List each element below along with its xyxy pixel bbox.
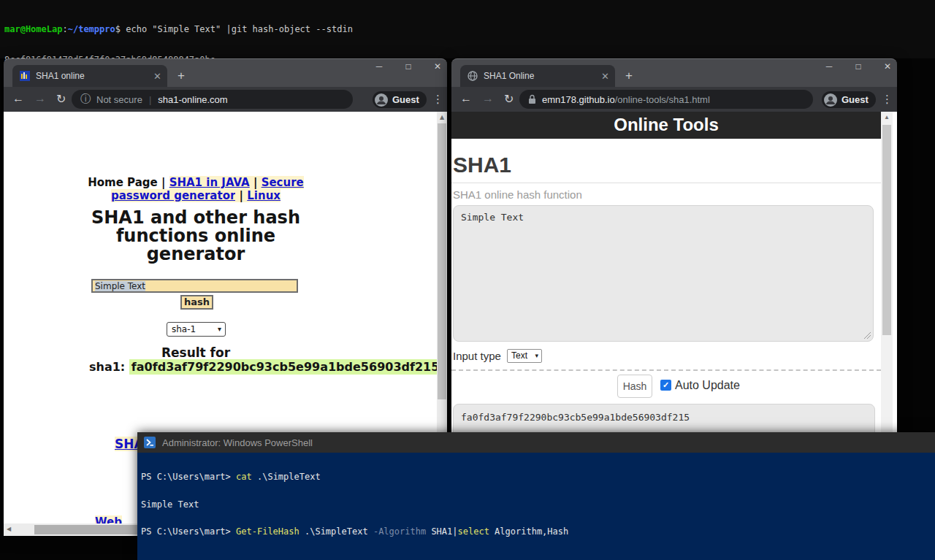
url-path: /online-tools/sha1.html <box>615 94 710 105</box>
url-divider: | <box>149 94 151 105</box>
page-subtitle: SHA1 online hash function <box>453 188 582 201</box>
window-title: Administrator: Windows PowerShell <box>162 437 313 448</box>
powershell-titlebar: Administrator: Windows PowerShell <box>137 432 935 453</box>
text-segment: : <box>62 24 67 34</box>
result-prefix: sha1: <box>89 360 125 374</box>
lock-icon <box>528 94 536 104</box>
chevron-down-icon: ▾ <box>535 350 538 362</box>
text-segment: Home Page | <box>88 176 169 189</box>
profile-label: Guest <box>842 94 869 105</box>
console-line: PS C:\Users\mart> Get-FileHash .\SimpleT… <box>141 527 935 537</box>
dashed-divider <box>451 369 881 371</box>
reload-button[interactable]: ↻ <box>56 92 66 106</box>
powershell-console[interactable]: PS C:\Users\mart> cat .\SimpleText Simpl… <box>141 454 935 560</box>
url-host: emn178.github.io <box>542 94 615 105</box>
url-bar[interactable]: ⓘ Not secure | sha1-online.com <box>72 90 353 109</box>
back-button[interactable]: ← <box>460 92 472 105</box>
text-segment: | <box>250 176 262 189</box>
text-segment[interactable]: SHA1 in JAVA <box>169 176 250 189</box>
forward-button[interactable]: → <box>34 92 46 105</box>
desktop: mar@HomeLap:~/temppro$ echo "Simple Text… <box>0 0 935 560</box>
close-button[interactable]: ✕ <box>882 61 893 72</box>
hash-button[interactable]: Hash <box>617 375 652 398</box>
text-segment: ~/temppro <box>68 24 115 34</box>
console-line: Simple Text <box>141 500 935 510</box>
tab-close-icon[interactable]: ✕ <box>601 71 609 82</box>
hash-text-input[interactable]: Simple Text <box>91 279 298 293</box>
auto-update-label: Auto Update <box>675 379 740 392</box>
text-segment: | <box>235 189 247 202</box>
result-label: Result for <box>85 345 306 360</box>
browser-menu-button[interactable]: ⋮ <box>882 93 893 106</box>
terminal-line: mar@HomeLap:~/temppro$ echo "Simple Text… <box>4 24 935 34</box>
scroll-up-icon[interactable]: ▲ <box>437 112 447 123</box>
scrollbar-thumb[interactable] <box>882 125 891 335</box>
text-segment: select <box>458 526 489 537</box>
maximize-button[interactable]: □ <box>403 61 413 72</box>
new-tab-button[interactable]: + <box>178 69 185 83</box>
result-line: sha1: fa0fd3af79f2290bc93cb5e99a1bde5690… <box>89 360 441 374</box>
maximize-button[interactable]: □ <box>853 61 863 72</box>
info-icon[interactable]: ⓘ <box>80 93 91 106</box>
profile-button[interactable]: Guest <box>373 91 427 108</box>
text-segment: PS C:\Users\mart> <box>141 526 236 537</box>
text-segment: mar@HomeLap <box>4 24 62 34</box>
back-button[interactable]: ← <box>12 92 24 105</box>
sha1-online-favicon-icon <box>20 71 30 81</box>
text-segment: .\SimpleText <box>299 526 373 537</box>
close-button[interactable]: ✕ <box>432 61 443 72</box>
security-label: Not secure <box>96 94 142 105</box>
profile-label: Guest <box>392 94 419 105</box>
scrollbar-thumb[interactable] <box>438 123 446 399</box>
text-segment: .\SimpleText <box>252 472 321 482</box>
browser-menu-button[interactable]: ⋮ <box>432 93 443 106</box>
input-type-select[interactable]: Text▾ <box>507 349 542 363</box>
console-line: PS C:\Users\mart> cat .\SimpleText <box>141 472 935 482</box>
avatar-icon <box>375 93 388 107</box>
tab-sha1-online-tools[interactable]: SHA1 Online ✕ <box>460 65 615 87</box>
result-hash: fa0fd3af79f2290bc93cb5e99a1bde56903df215 <box>129 359 442 375</box>
minimize-button[interactable]: ─ <box>824 61 834 72</box>
page-heading: SHA1 and other hash functions online gen… <box>85 209 306 264</box>
sha1-heading: SHA1 <box>453 153 511 177</box>
text-segment: -Algorithm <box>373 526 426 537</box>
bash-terminal-window[interactable]: mar@HomeLap:~/temppro$ echo "Simple Text… <box>0 0 935 58</box>
text-segment: Get-FileHash <box>236 526 299 537</box>
minimize-button[interactable]: ─ <box>374 61 384 72</box>
scroll-left-icon[interactable]: ◀ <box>4 523 14 535</box>
console-line <box>141 555 935 560</box>
algorithm-select[interactable]: sha-1▾ <box>167 322 226 337</box>
text-segment: PS C:\Users\mart> <box>141 472 236 482</box>
new-tab-button[interactable]: + <box>625 69 633 83</box>
nav-links[interactable]: Home Page | SHA1 in JAVA | Secure passwo… <box>75 176 317 202</box>
text-segment: $ <box>115 24 126 34</box>
text-segment[interactable]: Linux <box>247 189 280 202</box>
browser-toolbar: ← → ↻ emn178.github.io/online-tools/sha1… <box>451 87 897 112</box>
resize-handle-icon[interactable] <box>863 331 871 340</box>
input-textarea[interactable]: Simple Text <box>453 205 874 342</box>
divider <box>451 183 881 183</box>
url-host: sha1-online.com <box>158 94 227 105</box>
browser-toolbar: ← → ↻ ⓘ Not secure | sha1-online.com Gue… <box>4 87 447 112</box>
globe-favicon-icon <box>468 71 478 81</box>
tab-sha1-online[interactable]: SHA1 online ✕ <box>12 65 167 87</box>
tab-close-icon[interactable]: ✕ <box>153 71 161 82</box>
text-segment: cat <box>236 472 252 482</box>
text-segment: SHA1| <box>426 526 457 537</box>
auto-update-checkbox[interactable]: ✓ <box>660 380 671 391</box>
hash-button[interactable]: hash <box>180 295 213 310</box>
input-type-label: Input type <box>453 350 501 362</box>
forward-button[interactable]: → <box>482 92 494 105</box>
tab-title: SHA1 Online <box>484 71 601 81</box>
avatar-icon <box>824 93 837 107</box>
url-bar[interactable]: emn178.github.io/online-tools/sha1.html <box>519 90 813 109</box>
text-segment: Simple Text <box>141 499 199 510</box>
site-header: Online Tools <box>451 112 881 139</box>
scroll-up-icon[interactable]: ▲ <box>882 112 892 123</box>
powershell-window[interactable]: Administrator: Windows PowerShell PS C:\… <box>137 432 935 560</box>
reload-button[interactable]: ↻ <box>504 92 514 106</box>
powershell-icon <box>144 437 156 448</box>
tab-title: SHA1 online <box>36 71 153 81</box>
chevron-down-icon: ▾ <box>218 323 221 336</box>
profile-button[interactable]: Guest <box>822 91 876 108</box>
